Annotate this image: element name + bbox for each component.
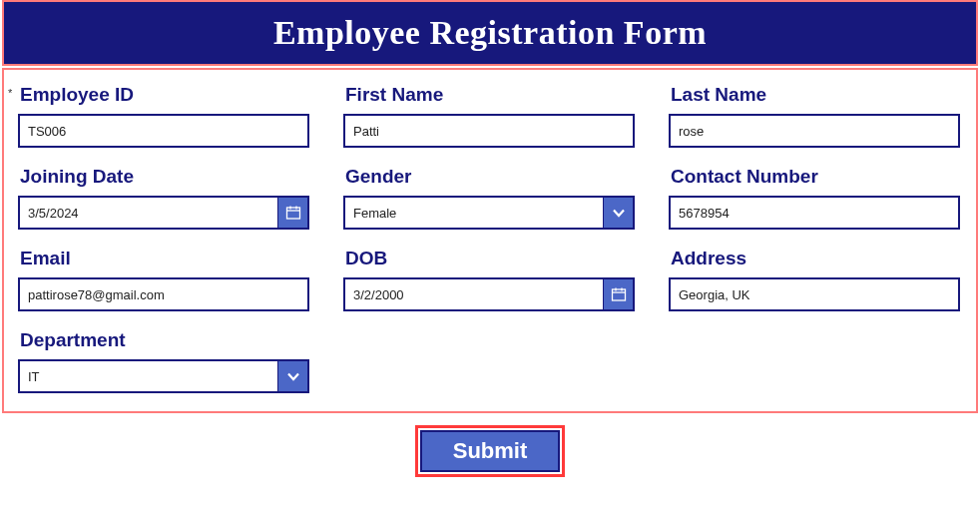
field-gender: Gender Female: [339, 166, 635, 230]
input-wrap-email: [18, 277, 309, 311]
dob-input[interactable]: [353, 287, 625, 302]
first-name-input[interactable]: [353, 124, 625, 139]
input-wrap-address: [669, 277, 960, 311]
contact-number-input[interactable]: [679, 206, 950, 221]
input-wrap-employee-id: [18, 114, 309, 148]
joining-date-input[interactable]: [28, 206, 299, 221]
chevron-down-icon: [277, 361, 307, 391]
label-last-name: Last Name: [665, 84, 960, 106]
form-body: Employee ID First Name Last Name Joining…: [2, 68, 978, 413]
select-gender[interactable]: Female: [343, 196, 635, 230]
select-department[interactable]: IT: [18, 359, 309, 393]
input-wrap-dob: [343, 277, 635, 311]
field-department: Department IT: [14, 329, 309, 393]
form-header: Employee Registration Form: [2, 0, 978, 66]
field-address: Address: [665, 248, 960, 311]
calendar-icon[interactable]: [277, 198, 307, 228]
field-employee-id: Employee ID: [14, 84, 309, 148]
field-last-name: Last Name: [665, 84, 960, 148]
submit-row: Submit: [0, 425, 980, 477]
svg-rect-4: [612, 289, 625, 300]
gender-value: Female: [353, 206, 396, 221]
input-wrap-contact-number: [669, 196, 960, 230]
input-wrap-joining-date: [18, 196, 309, 230]
submit-highlight: Submit: [415, 425, 565, 477]
address-input[interactable]: [679, 287, 950, 302]
svg-rect-0: [286, 208, 299, 219]
input-wrap-first-name: [343, 114, 635, 148]
input-wrap-last-name: [669, 114, 960, 148]
page-title: Employee Registration Form: [273, 14, 707, 52]
field-dob: DOB: [339, 248, 635, 311]
field-contact-number: Contact Number: [665, 166, 960, 230]
label-contact-number: Contact Number: [665, 166, 960, 188]
employee-id-input[interactable]: [28, 124, 299, 139]
email-input[interactable]: [28, 287, 299, 302]
field-email: Email: [14, 248, 309, 311]
label-employee-id: Employee ID: [14, 84, 309, 106]
calendar-icon[interactable]: [603, 279, 633, 309]
label-gender: Gender: [339, 166, 635, 188]
label-department: Department: [14, 329, 309, 351]
last-name-input[interactable]: [679, 124, 950, 139]
submit-button[interactable]: Submit: [420, 430, 560, 472]
form-grid: Employee ID First Name Last Name Joining…: [14, 84, 960, 393]
label-joining-date: Joining Date: [14, 166, 309, 188]
label-email: Email: [14, 248, 309, 269]
label-first-name: First Name: [339, 84, 635, 106]
field-joining-date: Joining Date: [14, 166, 309, 230]
label-dob: DOB: [339, 248, 635, 269]
field-first-name: First Name: [339, 84, 635, 148]
department-value: IT: [28, 369, 40, 384]
label-address: Address: [665, 248, 960, 269]
chevron-down-icon: [603, 198, 633, 228]
